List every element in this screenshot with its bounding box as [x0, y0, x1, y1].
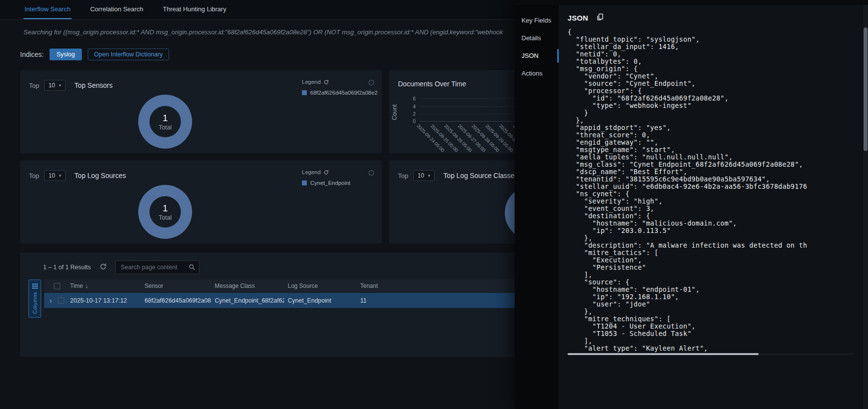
donut-total-value: 1	[163, 113, 168, 124]
column-header-time[interactable]: Time ↓	[70, 280, 142, 292]
legend-item-label: 68f2af626d45a069f2a08e28	[310, 90, 378, 96]
open-interflow-dictionary-button[interactable]: Open Interflow Dictionary	[88, 49, 169, 60]
vertical-scrollbar-thumb[interactable]	[864, 27, 868, 151]
donut-total-label: Total	[159, 214, 172, 221]
detail-panel-nav: Key Fields Details JSON Actions	[515, 5, 559, 409]
columns-button-label: Columns	[32, 292, 38, 314]
json-view: JSON { "fluentd_topic": "syslogjson", "s…	[559, 5, 863, 409]
search-icon	[189, 264, 196, 271]
legend-item-label: Cynet_Endpoint	[310, 180, 350, 186]
detail-tab-key-fields[interactable]: Key Fields	[515, 12, 559, 29]
column-header-message-class[interactable]: Message Class	[215, 280, 284, 292]
json-view-title: JSON	[568, 14, 588, 22]
legend-cycle-icon[interactable]	[323, 79, 329, 85]
top-label: Top	[29, 82, 39, 89]
detail-tab-json-label: JSON	[521, 52, 539, 59]
tab-threat-hunting-library[interactable]: Threat Hunting Library	[162, 0, 227, 19]
panel-top-log-sources: Top 10 ▾ Top Log Sources Legend Cynet_En…	[20, 160, 382, 244]
donut-total-value: 1	[163, 203, 168, 214]
top-label: Top	[29, 172, 39, 179]
panel-top-sensors: Top 10 ▾ Top Sensors Legend 68f2af626d45…	[20, 70, 382, 153]
top-count-select[interactable]: 10 ▾	[44, 80, 66, 91]
top-count-select[interactable]: 10 ▾	[44, 170, 66, 181]
cell-time: 2025-10-17 13:17:12	[70, 293, 142, 308]
refresh-button[interactable]	[99, 263, 107, 272]
column-header-sensor[interactable]: Sensor	[145, 280, 211, 292]
cell-log-source: Cynet_Endpoint	[288, 293, 356, 308]
legend-label: Legend	[302, 79, 321, 85]
donut-center: 1 Total	[149, 196, 181, 228]
column-header-label: Time	[70, 282, 83, 289]
donut-chart-top-log-sources[interactable]: 1 Total	[138, 185, 192, 239]
legend-item[interactable]: Cynet_Endpoint	[302, 180, 383, 186]
legend-cycle-icon[interactable]	[323, 170, 329, 175]
panel-options-circle-icon[interactable]	[369, 80, 374, 85]
legend-label: Legend	[302, 169, 321, 175]
top-count-select[interactable]: 10 ▾	[413, 170, 435, 181]
detail-tab-actions[interactable]: Actions	[515, 65, 559, 82]
donut-total-label: Total	[159, 124, 172, 131]
chevron-down-icon: ▾	[59, 173, 61, 178]
detail-tab-details[interactable]: Details	[515, 29, 559, 47]
legend-swatch	[302, 180, 307, 185]
tab-correlation-search[interactable]: Correlation Search	[89, 0, 144, 19]
refresh-icon	[99, 263, 107, 270]
record-detail-panel: Key Fields Details JSON Actions JSON { "…	[515, 0, 868, 409]
panel-title: Documents Over Time	[398, 80, 466, 88]
columns-button[interactable]: Columns	[28, 280, 41, 318]
copy-icon	[596, 13, 604, 21]
detail-tab-json[interactable]: JSON	[515, 47, 559, 65]
copy-json-button[interactable]	[595, 13, 605, 23]
legend-item[interactable]: 68f2af626d45a069f2a08e28	[302, 90, 383, 96]
select-value: 10	[418, 172, 424, 179]
indices-label: Indices:	[20, 51, 44, 58]
y-axis-tick-label: 0	[408, 119, 416, 124]
cell-sensor: 68f2af626d45a069f2a08e28	[145, 293, 211, 308]
chevron-down-icon: ▾	[59, 83, 61, 88]
detail-panel-header-strip	[515, 0, 868, 5]
cell-tenant: 11	[360, 293, 390, 308]
indices-row: Indices: Syslog Open Interflow Dictionar…	[20, 49, 169, 60]
horizontal-scrollbar-thumb[interactable]	[568, 353, 759, 355]
top-label: Top	[398, 172, 408, 179]
panel-title: Top Sensors	[74, 81, 113, 89]
results-count: 1 – 1 of 1 Results	[43, 264, 91, 271]
cell-message-class: Cynet_Endpoint_68f2af626d45a069f2a08e28	[215, 293, 284, 308]
y-axis-tick-label: 6	[408, 96, 416, 102]
select-all-checkbox[interactable]	[54, 283, 60, 289]
sort-desc-icon: ↓	[85, 283, 88, 289]
active-tab-indicator	[557, 49, 559, 63]
syslog-index-button[interactable]: Syslog	[50, 49, 82, 60]
row-expand-icon[interactable]: ›	[50, 293, 52, 308]
column-header-log-source[interactable]: Log Source	[288, 280, 356, 292]
y-axis-label: Count	[391, 104, 398, 120]
vertical-scrollbar[interactable]	[863, 5, 868, 409]
panel-options-circle-icon[interactable]	[369, 170, 374, 176]
column-header-tenant[interactable]: Tenant	[360, 280, 390, 292]
page-search	[115, 260, 199, 274]
app-root: Interflow Search Correlation Search Thre…	[0, 0, 868, 409]
y-axis-tick-label: 4	[408, 104, 416, 109]
horizontal-scrollbar[interactable]	[568, 353, 853, 355]
select-value: 10	[49, 82, 55, 89]
chevron-down-icon: ▾	[428, 173, 430, 178]
search-input[interactable]	[115, 260, 199, 274]
select-value: 10	[49, 172, 55, 179]
donut-chart-top-sensors[interactable]: 1 Total	[138, 95, 192, 149]
json-content: { "fluentd_topic": "syslogjson", "stella…	[568, 28, 863, 352]
legend-swatch	[302, 90, 307, 95]
y-axis-tick-label: 2	[408, 111, 416, 117]
grid-icon	[32, 283, 38, 289]
row-checkbox[interactable]	[58, 297, 64, 304]
panel-title: Top Log Sources	[74, 172, 126, 179]
json-text: { "fluentd_topic": "syslogjson", "stella…	[568, 28, 863, 352]
donut-center: 1 Total	[149, 106, 181, 137]
panel-title: Top Log Source Classes	[444, 172, 518, 179]
tab-interflow-search[interactable]: Interflow Search	[24, 0, 72, 19]
